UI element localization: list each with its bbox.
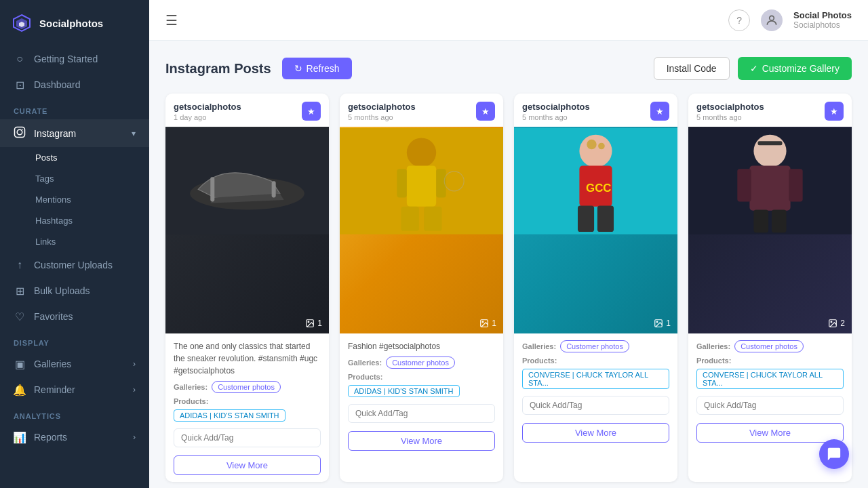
post-card: getsocialphotos 1 day ago ★ 1 The one an… bbox=[165, 94, 329, 482]
card-products: Products: CONVERSE | CHUCK TAYLOR ALL ST… bbox=[696, 357, 844, 389]
quick-add-input[interactable] bbox=[174, 428, 321, 447]
page-header-right: Install Code ✓ Customize Gallery bbox=[654, 57, 852, 80]
reports-icon: 📊 bbox=[14, 431, 26, 443]
svg-point-6 bbox=[770, 16, 774, 20]
svg-rect-37 bbox=[789, 169, 802, 201]
star-button[interactable]: ★ bbox=[650, 102, 669, 121]
gallery-badge[interactable]: Customer photos bbox=[560, 340, 629, 352]
card-body: Fashion #getsocialphotos Galleries: Cust… bbox=[340, 333, 503, 482]
instagram-chevron-icon: ▾ bbox=[132, 129, 136, 138]
favorites-icon: ♡ bbox=[14, 310, 26, 323]
svg-point-34 bbox=[753, 135, 786, 167]
hamburger-icon[interactable]: ☰ bbox=[165, 12, 178, 28]
sidebar-item-galleries[interactable]: ▣ Galleries › bbox=[0, 351, 149, 377]
card-caption: Fashion #getsocialphotos bbox=[348, 340, 495, 352]
refresh-label: Refresh bbox=[307, 63, 340, 74]
sidebar-item-label: Favorites bbox=[34, 311, 73, 322]
section-label-curate: CURATE bbox=[0, 98, 149, 119]
products-label: Products: bbox=[696, 357, 731, 365]
view-more-button[interactable]: View More bbox=[348, 431, 495, 451]
svg-rect-27 bbox=[578, 205, 594, 232]
product-badge[interactable]: CONVERSE | CHUCK TAYLOR ALL STA... bbox=[522, 369, 669, 389]
quick-add-input[interactable] bbox=[522, 396, 669, 415]
gallery-badge[interactable]: Customer photos bbox=[386, 357, 455, 369]
sidebar-sub-item-mentions[interactable]: Mentions bbox=[0, 189, 149, 210]
page-header: Instagram Posts ↻ Refresh Install Code ✓… bbox=[165, 57, 852, 80]
card-image-count: 1 bbox=[305, 319, 322, 328]
products-label: Products: bbox=[348, 373, 382, 381]
card-image: 2 bbox=[688, 127, 852, 333]
user-name: Social Photos bbox=[793, 10, 852, 20]
customize-icon: ✓ bbox=[750, 63, 758, 74]
card-image-count: 1 bbox=[479, 319, 496, 328]
quick-add-input[interactable] bbox=[696, 396, 844, 415]
post-card: getsocialphotos 5 months ago ★ GCC 1 Gal… bbox=[514, 94, 677, 482]
page-header-left: Instagram Posts ↻ Refresh bbox=[165, 58, 352, 79]
post-card: getsocialphotos 5 months ago ★ 2 Galleri… bbox=[688, 94, 852, 482]
reports-chevron-icon: › bbox=[133, 432, 136, 442]
sidebar-sub-item-posts[interactable]: Posts bbox=[0, 147, 149, 168]
svg-rect-9 bbox=[210, 177, 214, 201]
view-more-button[interactable]: View More bbox=[522, 423, 669, 443]
gallery-badge[interactable]: Customer photos bbox=[734, 340, 804, 352]
view-more-button[interactable]: View More bbox=[696, 423, 844, 443]
sidebar-sub-item-links[interactable]: Links bbox=[0, 231, 149, 252]
card-header: getsocialphotos 5 months ago ★ bbox=[688, 94, 852, 127]
star-button[interactable]: ★ bbox=[825, 102, 844, 121]
getting-started-icon: ○ bbox=[14, 53, 26, 65]
sidebar-logo[interactable]: Socialphotos bbox=[0, 0, 149, 46]
card-user: getsocialphotos 5 months ago bbox=[348, 102, 416, 121]
product-badge[interactable]: ADIDAS | KID'S STAN SMITH bbox=[348, 385, 460, 397]
svg-rect-39 bbox=[772, 209, 787, 232]
svg-text:GCC: GCC bbox=[586, 182, 611, 195]
svg-rect-10 bbox=[272, 181, 276, 197]
card-time: 5 months ago bbox=[348, 113, 416, 121]
star-button[interactable]: ★ bbox=[476, 102, 495, 121]
galleries-icon: ▣ bbox=[14, 358, 26, 370]
svg-point-29 bbox=[587, 140, 596, 149]
help-button[interactable]: ? bbox=[728, 9, 750, 31]
product-badge[interactable]: ADIDAS | KID'S STAN SMITH bbox=[174, 409, 285, 422]
user-handle: Socialphotos bbox=[793, 20, 852, 30]
card-username: getsocialphotos bbox=[522, 102, 590, 112]
topbar-left: ☰ bbox=[165, 12, 178, 28]
sidebar-item-getting-started[interactable]: ○ Getting Started bbox=[0, 46, 149, 72]
svg-point-5 bbox=[22, 129, 23, 130]
card-galleries: Galleries: Customer photos bbox=[348, 357, 495, 369]
svg-rect-35 bbox=[749, 165, 790, 210]
card-image: GCC 1 bbox=[514, 127, 677, 333]
sidebar-item-reports[interactable]: 📊 Reports › bbox=[0, 424, 149, 450]
card-products: Products: ADIDAS | KID'S STAN SMITH bbox=[174, 397, 321, 422]
main-area: ☰ ? Social Photos Socialphotos Instagram… bbox=[149, 0, 868, 488]
star-button[interactable]: ★ bbox=[302, 102, 321, 121]
sidebar-sub-item-tags[interactable]: Tags bbox=[0, 168, 149, 189]
topbar: ☰ ? Social Photos Socialphotos bbox=[149, 0, 868, 41]
svg-point-30 bbox=[598, 143, 605, 150]
dashboard-icon: ⊡ bbox=[14, 79, 26, 91]
svg-rect-17 bbox=[424, 207, 442, 231]
sidebar-sub-item-hashtags[interactable]: Hashtags bbox=[0, 210, 149, 231]
card-body: Galleries: Customer photos Products: CON… bbox=[514, 333, 677, 482]
gallery-badge[interactable]: Customer photos bbox=[212, 381, 281, 393]
sidebar-item-favorites[interactable]: ♡ Favorites bbox=[0, 304, 149, 329]
customize-gallery-button[interactable]: ✓ Customize Gallery bbox=[738, 57, 852, 80]
install-code-button[interactable]: Install Code bbox=[654, 57, 730, 80]
card-username: getsocialphotos bbox=[348, 102, 416, 112]
card-header: getsocialphotos 1 day ago ★ bbox=[165, 94, 329, 127]
product-badge[interactable]: CONVERSE | CHUCK TAYLOR ALL STA... bbox=[696, 369, 844, 389]
sidebar-item-reminder[interactable]: 🔔 Reminder › bbox=[0, 377, 149, 403]
sidebar-item-instagram[interactable]: Instagram ▾ bbox=[0, 119, 149, 147]
sidebar-item-customer-uploads[interactable]: ↑ Customer Uploads bbox=[0, 252, 149, 278]
sidebar-item-bulk-uploads[interactable]: ⊞ Bulk Uploads bbox=[0, 278, 149, 304]
galleries-chevron-icon: › bbox=[133, 359, 136, 369]
bulk-uploads-icon: ⊞ bbox=[14, 285, 26, 297]
sidebar-item-dashboard[interactable]: ⊡ Dashboard bbox=[0, 72, 149, 98]
refresh-button[interactable]: ↻ Refresh bbox=[282, 58, 352, 79]
quick-add-input[interactable] bbox=[348, 404, 495, 423]
card-time: 5 months ago bbox=[522, 113, 590, 121]
view-more-button[interactable]: View More bbox=[174, 455, 321, 475]
chat-fab-button[interactable] bbox=[819, 439, 849, 469]
sidebar: Socialphotos ○ Getting Started ⊡ Dashboa… bbox=[0, 0, 149, 488]
refresh-icon: ↻ bbox=[294, 63, 302, 74]
svg-point-14 bbox=[407, 138, 436, 167]
